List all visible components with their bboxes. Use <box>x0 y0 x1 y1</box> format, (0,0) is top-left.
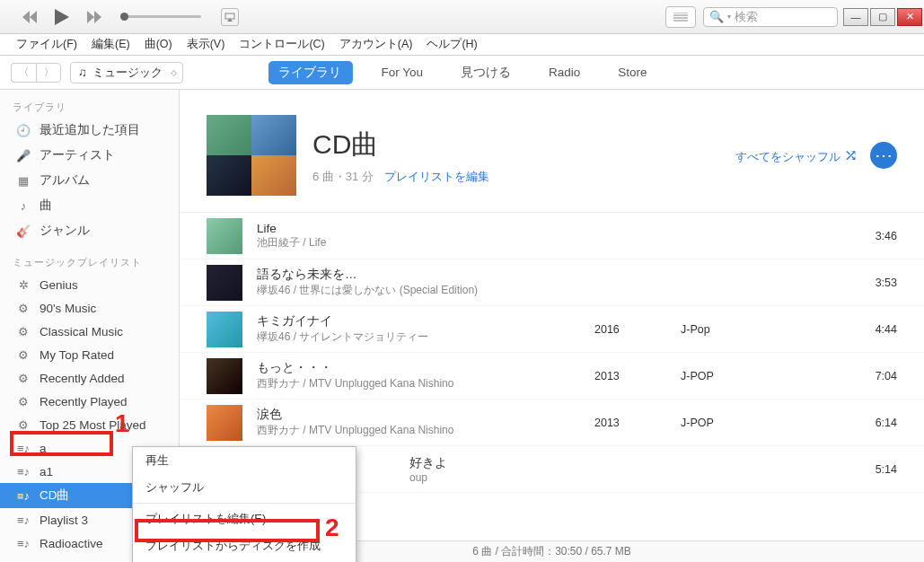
sidebar-playlist-recplayed[interactable]: ⚙Recently Played <box>0 390 179 413</box>
sidebar-playlist-90s[interactable]: ⚙90's Music <box>0 296 179 320</box>
sidebar-playlist-top25[interactable]: ⚙Top 25 Most Played <box>0 413 179 436</box>
playlist-icon: ≡♪ <box>16 513 31 527</box>
gear-icon: ⚙ <box>16 371 31 385</box>
nav-back-button[interactable]: 〈 <box>11 63 36 83</box>
mic-icon: 🎤 <box>16 148 31 162</box>
menu-account[interactable]: アカウント(A) <box>334 34 418 55</box>
track-cover <box>207 405 242 441</box>
track-duration: 3:53 <box>852 277 897 289</box>
volume-slider[interactable] <box>120 15 201 18</box>
track-artist: 西野カナ / MTV Unplugged Kana Nishino <box>257 423 580 438</box>
track-artist: 欅坂46 / 世界には愛しかない (Special Edition) <box>257 283 580 298</box>
track-row[interactable]: キミガイナイ欅坂46 / サイレントマジョリティー 2016 J-Pop 4:4… <box>180 306 924 353</box>
maximize-button[interactable]: ▢ <box>870 8 895 26</box>
track-genre: J-POP <box>681 417 770 429</box>
menu-song[interactable]: 曲(O) <box>139 34 178 55</box>
search-icon: 🔍 <box>709 10 724 23</box>
annotation-label-2: 2 <box>325 514 339 542</box>
nav-forward-button[interactable]: 〉 <box>36 63 61 83</box>
sidebar-playlist-classical[interactable]: ⚙Classical Music <box>0 320 179 343</box>
search-input[interactable]: 🔍▾ 検索 <box>703 7 838 27</box>
tab-radio[interactable]: Radio <box>540 60 589 84</box>
ctx-shuffle[interactable]: シャッフル <box>133 474 356 501</box>
list-view-button[interactable] <box>665 6 696 28</box>
titlebar: 🔍▾ 検索 — ▢ ✕ <box>0 0 924 34</box>
sidebar-item-albums[interactable]: ▦アルバム <box>0 168 179 193</box>
playlist-icon: ≡♪ <box>16 464 31 479</box>
track-genre: J-POP <box>681 370 770 382</box>
tab-store[interactable]: Store <box>609 60 656 84</box>
track-year: 2013 <box>594 370 666 382</box>
ctx-edit-playlist[interactable]: プレイリストを編集(E) <box>133 505 356 532</box>
sidebar-section-playlists: ミュージックプレイリスト <box>0 252 179 273</box>
gear-icon: ⚙ <box>16 394 31 408</box>
track-year: 2013 <box>594 417 666 429</box>
cover-art-stack <box>207 115 296 196</box>
note-icon: ♪ <box>16 198 31 213</box>
minimize-button[interactable]: — <box>843 8 868 26</box>
gear-icon: ⚙ <box>16 324 31 338</box>
track-title: Life <box>257 222 580 235</box>
menu-edit[interactable]: 編集(E) <box>86 34 136 55</box>
track-artist: 欅坂46 / サイレントマジョリティー <box>257 329 580 345</box>
sidebar-item-songs[interactable]: ♪曲 <box>0 193 179 218</box>
annotation-label-1: 1 <box>115 409 129 438</box>
next-track-button[interactable] <box>81 6 108 28</box>
track-duration: 7:04 <box>852 370 897 382</box>
gear-icon: ⚙ <box>16 301 31 315</box>
sidebar-playlist-recadded[interactable]: ⚙Recently Added <box>0 366 179 390</box>
playlist-header: CD曲 6 曲・31 分 プレイリストを編集 すべてをシャッフル ⤮ ⋯ <box>180 90 924 213</box>
track-row[interactable]: もっと・・・西野カナ / MTV Unplugged Kana Nishino … <box>180 353 924 400</box>
sidebar-playlist-genius[interactable]: ✲Genius <box>0 273 179 296</box>
track-cover <box>207 218 242 254</box>
menubar: ファイル(F) 編集(E) 曲(O) 表示(V) コントロール(C) アカウント… <box>0 34 924 56</box>
menu-file[interactable]: ファイル(F) <box>11 34 83 55</box>
shuffle-icon: ⤮ <box>844 146 858 164</box>
menu-control[interactable]: コントロール(C) <box>233 34 330 55</box>
track-title: 語るなら未来を… <box>257 267 580 283</box>
playlist-icon: ≡♪ <box>16 536 31 550</box>
search-placeholder: 検索 <box>735 9 758 25</box>
shuffle-all-link[interactable]: すべてをシャッフル ⤮ <box>735 145 858 165</box>
gear-icon: ⚙ <box>16 417 31 432</box>
guitar-icon: 🎸 <box>16 224 31 238</box>
track-duration: 5:14 <box>852 463 897 476</box>
track-row[interactable]: Life池田綾子 / Life 3:46 <box>180 213 924 259</box>
tab-library[interactable]: ライブラリ <box>268 61 352 84</box>
clock-icon: 🕘 <box>16 123 31 137</box>
track-duration: 6:14 <box>852 417 897 429</box>
track-row[interactable]: 語るなら未来を…欅坂46 / 世界には愛しかない (Special Editio… <box>180 259 924 306</box>
context-menu: 再生 シャッフル プレイリストを編集(E) プレイリストからディスクを作成 再生… <box>132 446 356 562</box>
close-button[interactable]: ✕ <box>897 8 922 26</box>
media-type-selector[interactable]: ♫ ミュージック <box>70 62 183 83</box>
playlist-subtitle: 6 曲・31 分 <box>312 169 374 185</box>
sidebar-playlist-toprated[interactable]: ⚙My Top Rated <box>0 343 179 366</box>
ctx-play[interactable]: 再生 <box>133 447 356 474</box>
track-artist: 池田綾子 / Life <box>257 235 580 250</box>
track-cover <box>207 358 242 394</box>
album-icon: ▦ <box>16 173 31 188</box>
edit-playlist-link[interactable]: プレイリストを編集 <box>384 169 489 185</box>
tab-foryou[interactable]: For You <box>372 60 432 84</box>
sidebar-item-artists[interactable]: 🎤アーティスト <box>0 143 179 168</box>
airplay-button[interactable] <box>221 8 239 26</box>
ctx-burn-disc[interactable]: プレイリストからディスクを作成 <box>133 532 356 559</box>
menu-view[interactable]: 表示(V) <box>181 34 231 55</box>
play-button[interactable] <box>48 6 75 28</box>
sub-nav-bar: 〈 〉 ♫ ミュージック ライブラリ For You 見つける Radio St… <box>0 56 924 90</box>
tab-discover[interactable]: 見つける <box>452 59 520 86</box>
playlist-icon: ≡♪ <box>16 441 31 455</box>
track-title: 涙色 <box>257 407 580 423</box>
track-duration: 3:46 <box>852 230 897 242</box>
music-note-icon: ♫ <box>78 66 87 79</box>
sidebar-item-genres[interactable]: 🎸ジャンル <box>0 218 179 243</box>
track-year: 2016 <box>594 323 666 336</box>
sidebar-item-recently-added[interactable]: 🕘最近追加した項目 <box>0 118 179 143</box>
gear-icon: ⚙ <box>16 347 31 362</box>
prev-track-button[interactable] <box>16 6 43 28</box>
track-row[interactable]: 涙色西野カナ / MTV Unplugged Kana Nishino 2013… <box>180 400 924 446</box>
track-title: もっと・・・ <box>257 360 580 376</box>
track-cover <box>207 265 242 301</box>
menu-help[interactable]: ヘルプ(H) <box>421 34 482 55</box>
more-options-button[interactable]: ⋯ <box>870 142 897 169</box>
